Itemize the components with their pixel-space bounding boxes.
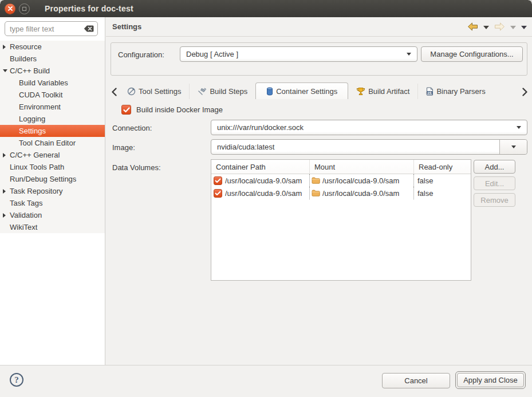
chevron-down-icon [407, 53, 411, 56]
back-history-dropdown-icon[interactable] [483, 26, 489, 29]
build-inside-docker-row: Build inside Docker Image [121, 105, 223, 115]
mount-text: /usr/local/cuda-9.0/sam [322, 176, 399, 185]
sidebar-item-label: Validation [10, 211, 42, 219]
sidebar-item-c-c-build[interactable]: C/C++ Build [0, 65, 105, 77]
mount-cell: /usr/local/cuda-9.0/sam [310, 187, 414, 199]
build-artifact-icon [356, 87, 365, 96]
volume-row[interactable]: /usr/local/cuda-9.0/sam/usr/local/cuda-9… [211, 174, 471, 187]
configuration-select[interactable]: Debug [ Active ] [180, 46, 417, 62]
sidebar-item-label: C/C++ General [10, 151, 60, 159]
image-dropdown-button[interactable] [499, 140, 527, 154]
tab-build-steps[interactable]: Build Steps [189, 84, 255, 99]
volume-row[interactable]: /usr/local/cuda-9.0/sam/usr/local/cuda-9… [211, 187, 471, 199]
window-close-button[interactable] [5, 3, 15, 14]
help-button[interactable]: ? [10, 373, 23, 387]
tree-collapsed-arrow-icon[interactable] [3, 213, 10, 218]
tabs-scroll-left-icon[interactable] [112, 88, 117, 96]
sidebar-item-builders[interactable]: Builders [0, 53, 105, 65]
container-icon [266, 87, 273, 96]
header-divider [106, 36, 532, 37]
nav-toolbar [467, 22, 527, 33]
tree-arrow-spacer [12, 104, 19, 110]
forward-icon[interactable] [494, 22, 505, 33]
cancel-button[interactable]: Cancel [382, 373, 450, 388]
sidebar-item-run-debug-settings[interactable]: Run/Debug Settings [0, 173, 105, 185]
connection-label: Connection: [112, 124, 152, 132]
tab-container-settings[interactable]: Container Settings [255, 82, 348, 99]
properties-dialog: Properties for doc-test ResourceBuilders… [0, 0, 532, 397]
sidebar-item-build-variables[interactable]: Build Variables [0, 77, 105, 89]
tree-arrow-spacer [3, 164, 10, 170]
chevron-down-icon [511, 146, 516, 148]
tabs-scroll-right-icon[interactable] [522, 88, 527, 96]
sidebar-item-tool-chain-editor[interactable]: Tool Chain Editor [0, 137, 105, 149]
image-combo[interactable]: nvidia/cuda:latest [211, 139, 527, 155]
forward-history-dropdown-icon[interactable] [510, 26, 516, 29]
check-icon [123, 107, 130, 113]
connection-value: unix:///var/run/docker.sock [217, 123, 304, 132]
back-icon[interactable] [467, 22, 478, 33]
tree-collapsed-arrow-icon[interactable] [3, 188, 10, 194]
apply-and-close-button[interactable]: Apply and Close [457, 373, 524, 387]
add-button[interactable]: Add... [474, 160, 515, 174]
sidebar-item-c-c-general[interactable]: C/C++ General [0, 149, 105, 161]
sidebar-item-label: Builders [10, 54, 37, 63]
folder-icon [312, 190, 320, 196]
volume-checkbox[interactable] [214, 189, 222, 198]
titlebar[interactable]: Properties for doc-test [0, 0, 532, 17]
sidebar-item-label: Logging [19, 115, 45, 123]
tree-collapsed-arrow-icon[interactable] [3, 152, 10, 158]
column-header-mount[interactable]: Mount [310, 160, 414, 174]
volume-checkbox[interactable] [214, 176, 222, 185]
tab-label: Build Artifact [368, 87, 409, 96]
tree-arrow-spacer [3, 56, 10, 62]
container-path-cell: /usr/local/cuda-9.0/sam [211, 187, 310, 199]
sidebar-item-resource[interactable]: Resource [0, 41, 105, 53]
tab-tool-settings[interactable]: Tool Settings [119, 84, 189, 99]
sidebar-item-label: Tool Chain Editor [19, 139, 76, 147]
configuration-value: Debug [ Active ] [186, 50, 238, 58]
column-header-read-only[interactable]: Read-only [414, 160, 471, 174]
question-mark-icon: ? [14, 375, 19, 385]
sidebar-item-label: Build Variables [19, 78, 68, 87]
sidebar-item-settings[interactable]: Settings [0, 125, 105, 137]
sidebar-item-label: CUDA Toolkit [19, 91, 62, 99]
view-menu-icon[interactable] [521, 26, 527, 29]
image-label: Image: [112, 143, 135, 152]
tabs: Tool SettingsBuild StepsContainer Settin… [119, 82, 494, 99]
tree-arrow-spacer [3, 176, 10, 182]
window-maximize-button[interactable] [19, 3, 30, 14]
manage-configurations-button[interactable]: Manage Configurations... [421, 46, 523, 62]
table-body: /usr/local/cuda-9.0/sam/usr/local/cuda-9… [211, 174, 471, 199]
tab-build-artifact[interactable]: Build Artifact [348, 84, 417, 99]
sidebar-item-label: Resource [10, 42, 42, 51]
tab-binary-parsers[interactable]: 010Binary Parsers [417, 84, 493, 99]
connection-select[interactable]: unix:///var/run/docker.sock [211, 120, 527, 135]
tree-collapsed-arrow-icon[interactable] [3, 44, 10, 50]
read-only-cell: false [414, 187, 471, 199]
read-only-cell: false [414, 174, 471, 187]
edit-button: Edit... [474, 176, 515, 190]
sidebar-item-task-tags[interactable]: Task Tags [0, 197, 105, 209]
sidebar-item-label: Task Repository [10, 187, 62, 195]
build-inside-docker-checkbox[interactable] [121, 105, 131, 115]
sidebar-item-task-repository[interactable]: Task Repository [0, 185, 105, 197]
clear-filter-icon[interactable] [84, 25, 94, 32]
tree-arrow-spacer [12, 92, 19, 98]
column-header-container-path[interactable]: Container Path [211, 160, 310, 174]
sidebar-item-wikitext[interactable]: WikiText [0, 221, 105, 233]
image-value: nvidia/cuda:latest [217, 143, 274, 151]
chevron-down-icon [517, 126, 521, 129]
mount-cell: /usr/local/cuda-9.0/sam [310, 174, 414, 187]
sidebar-item-cuda-toolkit[interactable]: CUDA Toolkit [0, 89, 105, 101]
configuration-label: Configuration: [118, 50, 164, 59]
sidebar-item-environment[interactable]: Environment [0, 101, 105, 113]
tree-expanded-arrow-icon[interactable] [3, 68, 10, 74]
tree-arrow-spacer [3, 225, 10, 230]
sidebar-item-logging[interactable]: Logging [0, 113, 105, 125]
sidebar-item-label: WikiText [10, 223, 37, 231]
maximize-icon [22, 7, 26, 11]
sidebar-item-linux-tools-path[interactable]: Linux Tools Path [0, 161, 105, 173]
container-path-cell: /usr/local/cuda-9.0/sam [211, 174, 310, 187]
sidebar-item-validation[interactable]: Validation [0, 209, 105, 221]
